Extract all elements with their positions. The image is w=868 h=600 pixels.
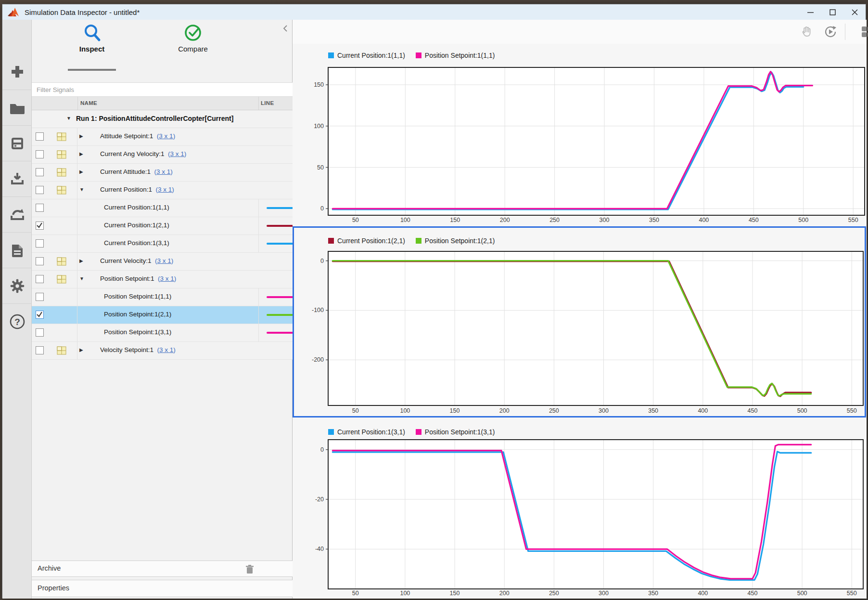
app-window: Simulation Data Inspector - untitled* — [2, 4, 866, 598]
column-divider — [258, 288, 259, 306]
expand-arrow-icon[interactable]: ▶ — [79, 258, 83, 263]
signal-dims-link[interactable]: 3 x 1 — [158, 186, 172, 193]
signal-row-position-setpoint-1-2-1-[interactable]: Position Setpoint:1(2,1) — [32, 306, 293, 324]
expand-arrow-icon[interactable]: ▶ — [79, 169, 83, 174]
checkbox-cell — [32, 306, 77, 324]
check-icon — [36, 222, 43, 229]
title-bar[interactable]: Simulation Data Inspector - untitled* — [2, 4, 866, 20]
expand-arrow-icon[interactable]: ▶ — [79, 347, 83, 352]
y-tick-label: 50 — [317, 164, 324, 171]
signal-checkbox[interactable] — [36, 150, 44, 158]
checkbox-cell — [32, 288, 77, 306]
desktop-background: Simulation Data Inspector - untitled* — [0, 0, 868, 600]
signal-checkbox[interactable] — [36, 132, 44, 141]
signal-row-attitude-setpoint-1[interactable]: ▶Attitude Setpoint:1 (3 x 1) — [32, 128, 293, 146]
signal-label: Current Ang Velocity:1 (3 x 1) — [100, 150, 186, 157]
save-icon — [10, 136, 25, 151]
signal-label: Position Setpoint:1 (3 x 1) — [100, 275, 176, 282]
collapse-arrow-icon[interactable]: ▼ — [79, 276, 84, 281]
y-tick-label: -100 — [312, 307, 324, 313]
signal-checkbox[interactable] — [36, 275, 44, 283]
filter-signals-input[interactable] — [32, 83, 288, 96]
signal-dims-link[interactable]: 3 x 1 — [159, 132, 173, 140]
close-button[interactable] — [843, 4, 866, 20]
new-button[interactable] — [2, 54, 32, 90]
window-title: Simulation Data Inspector - untitled* — [25, 8, 140, 16]
signal-checkbox[interactable] — [36, 257, 44, 265]
collapse-arrow-icon[interactable]: ▼ — [79, 187, 84, 192]
pan-button[interactable] — [799, 25, 814, 39]
layout-grid-button[interactable] — [859, 25, 868, 39]
signal-row-current-position-1[interactable]: ▼Current Position:1 (3 x 1) — [32, 182, 293, 199]
expand-arrow-icon[interactable]: ▶ — [79, 151, 83, 157]
run-row[interactable]: ▼ Run 1: PositionAttitudeControllerCopte… — [32, 110, 293, 128]
help-button[interactable]: ? — [2, 303, 32, 339]
minimize-button[interactable] — [799, 4, 821, 20]
create-report-button[interactable] — [2, 232, 32, 268]
y-tick-label: -20 — [315, 496, 324, 503]
signal-row-current-velocity-1[interactable]: ▶Current Velocity:1 (3 x 1) — [32, 253, 293, 271]
properties-bar[interactable]: Properties — [32, 580, 293, 597]
signal-label: Position Setpoint:1(2,1) — [104, 311, 171, 318]
active-tab-underline — [68, 69, 116, 71]
checkbox-cell — [32, 128, 77, 145]
signal-checkbox[interactable] — [36, 239, 44, 248]
x-tick-label: 250 — [549, 407, 559, 414]
signal-dims: (3 x 1) — [157, 132, 175, 140]
open-button[interactable] — [2, 90, 32, 126]
y-tick-label: 0 — [320, 258, 324, 264]
preferences-button[interactable] — [2, 268, 32, 304]
maximize-button[interactable] — [821, 4, 843, 20]
tab-inspect[interactable]: Inspect — [58, 24, 126, 53]
collapse-panel-button[interactable] — [282, 25, 288, 34]
signal-row-velocity-setpoint-1[interactable]: ▶Velocity Setpoint:1 (3 x 1) — [32, 342, 293, 360]
signal-checkbox[interactable] — [36, 204, 44, 212]
signal-row-position-setpoint-1-1-1-[interactable]: Position Setpoint:1(1,1) — [32, 288, 293, 306]
signal-dims-link[interactable]: 3 x 1 — [157, 257, 171, 264]
save-button[interactable] — [2, 125, 32, 161]
trash-icon[interactable] — [245, 564, 255, 574]
toolbar-separator — [845, 24, 845, 40]
signal-row-current-attitude-1[interactable]: ▶Current Attitude:1 (3 x 1) — [32, 164, 293, 182]
archive-bar[interactable]: Archive ⚙ — [32, 561, 293, 577]
matrix-signal-icon — [57, 150, 66, 159]
tab-compare[interactable]: Compare — [159, 24, 227, 53]
x-tick-label: 100 — [400, 590, 410, 597]
signal-dims-link[interactable]: 3 x 1 — [170, 150, 184, 157]
properties-label: Properties — [38, 584, 69, 592]
signal-checkbox[interactable] — [36, 222, 44, 230]
signal-row-current-position-1-3-1-[interactable]: Current Position:1(3,1) — [32, 235, 293, 253]
signal-row-current-ang-velocity-1[interactable]: ▶Current Ang Velocity:1 (3 x 1) — [32, 146, 293, 164]
signal-dims-link[interactable]: 3 x 1 — [156, 168, 170, 175]
signal-row-current-position-1-1-1-[interactable]: Current Position:1(1,1) — [32, 199, 293, 217]
matrix-icon-wrap — [57, 186, 66, 196]
matrix-signal-icon — [57, 257, 66, 266]
signal-row-position-setpoint-1-3-1-[interactable]: Position Setpoint:1(3,1) — [32, 324, 293, 342]
tab-inspect-label: Inspect — [58, 45, 126, 53]
replay-button[interactable] — [823, 25, 838, 39]
y-tick-label: -200 — [312, 356, 324, 363]
x-tick-label: 400 — [699, 217, 709, 223]
signal-checkbox[interactable] — [36, 346, 44, 354]
run-collapse-arrow[interactable]: ▼ — [66, 116, 71, 121]
signal-checkbox[interactable] — [36, 311, 44, 319]
expand-arrow-icon[interactable]: ▶ — [79, 133, 83, 139]
x-tick-label: 400 — [698, 590, 708, 597]
column-divider — [258, 199, 259, 217]
import-button[interactable] — [2, 161, 32, 197]
x-tick-label: 450 — [748, 407, 758, 414]
matrix-signal-icon — [57, 275, 66, 284]
x-tick-label: 150 — [450, 217, 460, 223]
maximize-icon — [830, 9, 836, 15]
signal-checkbox[interactable] — [36, 293, 44, 301]
signal-checkbox[interactable] — [36, 168, 44, 176]
signal-checkbox[interactable] — [36, 328, 44, 337]
y-tick-label: 150 — [314, 81, 324, 88]
checkbox-cell — [32, 217, 77, 235]
export-button[interactable] — [2, 196, 32, 233]
signal-checkbox[interactable] — [36, 186, 44, 194]
signal-dims-link[interactable]: 3 x 1 — [159, 346, 173, 353]
signal-dims-link[interactable]: 3 x 1 — [160, 275, 174, 282]
signal-row-current-position-1-2-1-[interactable]: Current Position:1(2,1) — [32, 217, 293, 235]
signal-row-position-setpoint-1[interactable]: ▼Position Setpoint:1 (3 x 1) — [32, 271, 293, 288]
